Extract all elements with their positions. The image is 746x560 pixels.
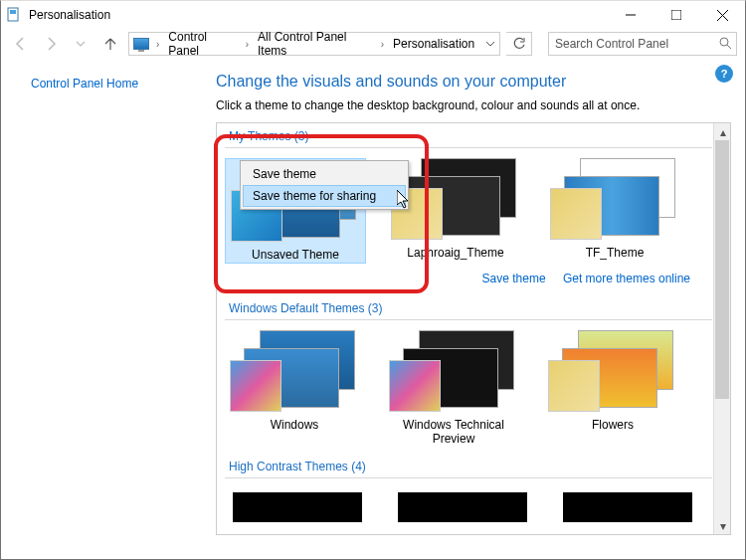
svg-rect-0 [8, 8, 18, 21]
theme-label: Windows Technical Preview [389, 418, 518, 446]
svg-rect-3 [671, 10, 681, 20]
scrollbar[interactable]: ▴ ▾ [713, 123, 730, 534]
breadcrumb-root-icon[interactable] [129, 33, 153, 55]
scrollbar-thumb[interactable] [715, 140, 729, 399]
svg-point-6 [720, 38, 728, 46]
save-theme-link[interactable]: Save theme [482, 272, 546, 285]
search-input[interactable]: Search Control Panel [548, 32, 737, 56]
close-button[interactable] [699, 1, 745, 29]
recent-dropdown[interactable] [69, 32, 93, 56]
personalisation-window: Personalisation › Control Panel › All Co… [0, 0, 746, 560]
main-content: Change the visuals and sounds on your co… [190, 59, 745, 559]
up-button[interactable] [98, 32, 122, 56]
svg-line-7 [727, 45, 731, 49]
breadcrumb-control-panel[interactable]: Control Panel [162, 33, 242, 55]
search-placeholder: Search Control Panel [555, 37, 668, 51]
get-more-themes-link[interactable]: Get more themes online [563, 272, 690, 285]
refresh-button[interactable] [506, 32, 532, 56]
high-contrast-row [225, 488, 712, 526]
window-title: Personalisation [29, 8, 608, 22]
theme-label: Windows [271, 418, 319, 432]
default-themes-row: Windows Windows Technical Preview [225, 330, 712, 446]
address-dropdown[interactable] [480, 33, 499, 55]
control-panel-home-link[interactable]: Control Panel Home [31, 77, 138, 91]
theme-flowers[interactable]: Flowers [543, 330, 682, 446]
theme-label: Unsaved Theme [252, 248, 339, 262]
page-subheading: Click a theme to change the desktop back… [216, 98, 731, 112]
hc-theme-thumb[interactable] [563, 492, 692, 522]
navigation-row: › Control Panel › All Control Panel Item… [1, 29, 745, 59]
cursor-icon [397, 190, 413, 213]
chevron-right-icon[interactable]: › [381, 39, 384, 50]
forward-button[interactable] [39, 32, 63, 56]
theme-tf[interactable]: TF_Theme [545, 158, 684, 264]
svg-rect-1 [10, 10, 16, 14]
minimize-button[interactable] [608, 1, 653, 29]
chevron-right-icon[interactable]: › [156, 39, 159, 50]
page-heading: Change the visuals and sounds on your co… [216, 73, 731, 91]
theme-label: Flowers [592, 418, 634, 432]
default-themes-header: Windows Default Themes (3) [225, 295, 712, 320]
chevron-right-icon[interactable]: › [246, 39, 249, 50]
my-themes-header: My Themes (3) [225, 123, 712, 148]
maximize-button[interactable] [653, 1, 699, 29]
context-menu: Save theme Save theme for sharing [240, 160, 409, 210]
high-contrast-header: High Contrast Themes (4) [225, 454, 712, 478]
menu-save-theme[interactable]: Save theme [243, 163, 406, 185]
address-bar[interactable]: › Control Panel › All Control Panel Item… [128, 32, 500, 56]
theme-windows[interactable]: Windows [225, 330, 364, 446]
menu-save-theme-for-sharing[interactable]: Save theme for sharing [243, 185, 406, 207]
breadcrumb-all-items[interactable]: All Control Panel Items [252, 33, 378, 55]
hc-theme-thumb[interactable] [398, 492, 527, 522]
help-button[interactable]: ? [715, 65, 733, 83]
scroll-up-button[interactable]: ▴ [714, 123, 731, 140]
search-icon [718, 36, 732, 53]
breadcrumb-personalisation[interactable]: Personalisation [387, 33, 480, 55]
hc-theme-thumb[interactable] [233, 492, 362, 522]
titlebar: Personalisation [1, 1, 745, 29]
back-button[interactable] [9, 32, 33, 56]
theme-windows-technical-preview[interactable]: Windows Technical Preview [384, 330, 523, 446]
my-themes-links: Save theme Get more themes online [225, 270, 712, 295]
app-icon [7, 7, 23, 23]
theme-label: Laphroaig_Theme [407, 246, 503, 260]
theme-label: TF_Theme [586, 246, 645, 260]
scroll-down-button[interactable]: ▾ [714, 517, 731, 534]
sidebar: Control Panel Home [1, 59, 190, 559]
